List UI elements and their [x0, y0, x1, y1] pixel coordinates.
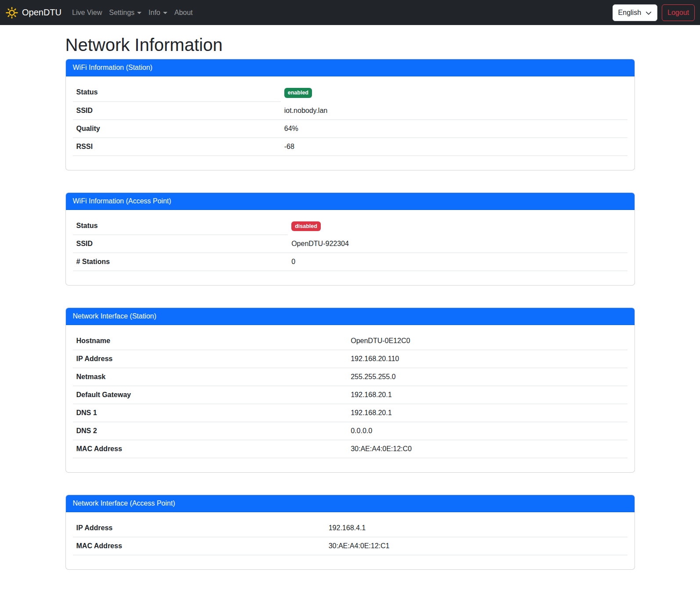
chevron-down-icon — [646, 10, 652, 17]
table-row: Netmask 255.255.255.0 — [73, 368, 627, 386]
table-row: Default Gateway 192.168.20.1 — [73, 386, 627, 404]
card-network-interface-station: Network Interface (Station) Hostname Ope… — [65, 308, 635, 473]
row-value: -68 — [281, 137, 627, 156]
row-label: Default Gateway — [73, 386, 348, 404]
row-value: enabled — [281, 83, 627, 101]
row-label: SSID — [73, 101, 281, 119]
table-row: MAC Address 30:AE:A4:0E:12:C1 — [73, 537, 627, 555]
card-wifi-information-access-point: WiFi Information (Access Point) Status d… — [65, 192, 635, 286]
row-label: Status — [73, 217, 288, 235]
row-value: 64% — [281, 119, 627, 137]
table-row: Hostname OpenDTU-0E12C0 — [73, 332, 627, 350]
language-select[interactable]: English — [613, 4, 657, 21]
info-table: IP Address 192.168.4.1 MAC Address 30:AE… — [73, 519, 627, 555]
nav-item-about[interactable]: About — [171, 5, 196, 20]
table-row: IP Address 192.168.20.110 — [73, 350, 627, 368]
brand-link[interactable]: OpenDTU — [5, 6, 62, 19]
card-body: Status disabled SSID OpenDTU-922304 # St… — [66, 210, 635, 286]
row-label: # Stations — [73, 253, 288, 271]
nav-item-settings[interactable]: Settings — [105, 5, 145, 20]
row-label: DNS 1 — [73, 404, 348, 422]
status-badge: enabled — [284, 88, 312, 98]
row-value: 0 — [288, 253, 627, 271]
card-header: Network Interface (Access Point) — [66, 495, 635, 512]
status-badge: disabled — [291, 221, 321, 232]
main-content: Network Information WiFi Information (St… — [65, 25, 635, 570]
row-value: 192.168.20.1 — [347, 404, 627, 422]
navbar-right: English Logout — [613, 4, 695, 21]
table-row: DNS 1 192.168.20.1 — [73, 404, 627, 422]
row-label: MAC Address — [73, 440, 348, 458]
row-value: 0.0.0.0 — [347, 422, 627, 440]
card-header: WiFi Information (Station) — [66, 59, 635, 76]
table-row: Status enabled — [73, 83, 627, 101]
row-label: IP Address — [73, 519, 325, 537]
row-value: 192.168.4.1 — [325, 519, 627, 537]
card-header: WiFi Information (Access Point) — [66, 193, 635, 210]
row-label: IP Address — [73, 350, 348, 368]
card-wifi-information-station: WiFi Information (Station) Status enable… — [65, 59, 635, 170]
nav-item-live-view[interactable]: Live View — [69, 5, 105, 20]
card-header: Network Interface (Station) — [66, 308, 635, 325]
table-row: MAC Address 30:AE:A4:0E:12:C0 — [73, 440, 627, 458]
table-row: RSSI -68 — [73, 137, 627, 156]
page: OpenDTU Live ViewSettingsInfoAbout Engli… — [0, 0, 700, 597]
row-label: DNS 2 — [73, 422, 348, 440]
row-value: 255.255.255.0 — [347, 368, 627, 386]
row-value: 192.168.20.110 — [347, 350, 627, 368]
table-row: SSID OpenDTU-922304 — [73, 235, 627, 253]
page-title: Network Information — [65, 34, 635, 55]
row-label: Netmask — [73, 368, 348, 386]
row-label: Quality — [73, 119, 281, 137]
logout-button[interactable]: Logout — [662, 4, 695, 21]
card-body: Hostname OpenDTU-0E12C0 IP Address 192.1… — [66, 325, 635, 472]
row-value: OpenDTU-922304 — [288, 235, 627, 253]
table-row: DNS 2 0.0.0.0 — [73, 422, 627, 440]
table-row: SSID iot.nobody.lan — [73, 101, 627, 119]
card-body: IP Address 192.168.4.1 MAC Address 30:AE… — [66, 512, 635, 569]
language-select-value: English — [618, 7, 641, 18]
table-row: Quality 64% — [73, 119, 627, 137]
row-value: 30:AE:A4:0E:12:C0 — [347, 440, 627, 458]
info-table: Hostname OpenDTU-0E12C0 IP Address 192.1… — [73, 332, 627, 458]
chevron-down-icon — [163, 12, 167, 14]
info-table: Status disabled SSID OpenDTU-922304 # St… — [73, 217, 627, 271]
nav-item-info[interactable]: Info — [145, 5, 171, 20]
table-row: # Stations 0 — [73, 253, 627, 271]
row-label: Hostname — [73, 332, 348, 350]
row-label: SSID — [73, 235, 288, 253]
row-label: MAC Address — [73, 537, 325, 555]
card-network-interface-access-point: Network Interface (Access Point) IP Addr… — [65, 495, 635, 570]
row-value: iot.nobody.lan — [281, 101, 627, 119]
row-value: disabled — [288, 217, 627, 235]
nav-menu: Live ViewSettingsInfoAbout — [69, 5, 613, 20]
table-row: Status disabled — [73, 217, 627, 235]
sun-icon — [5, 6, 18, 19]
row-label: RSSI — [73, 137, 281, 156]
brand-label: OpenDTU — [22, 7, 62, 18]
row-value: OpenDTU-0E12C0 — [347, 332, 627, 350]
navbar: OpenDTU Live ViewSettingsInfoAbout Engli… — [0, 0, 700, 25]
info-table: Status enabled SSID iot.nobody.lan Quali… — [73, 83, 627, 156]
card-body: Status enabled SSID iot.nobody.lan Quali… — [66, 76, 635, 170]
cards-list: WiFi Information (Station) Status enable… — [65, 59, 635, 570]
table-row: IP Address 192.168.4.1 — [73, 519, 627, 537]
row-label: Status — [73, 83, 281, 101]
row-value: 192.168.20.1 — [347, 386, 627, 404]
row-value: 30:AE:A4:0E:12:C1 — [325, 537, 627, 555]
chevron-down-icon — [137, 12, 141, 14]
